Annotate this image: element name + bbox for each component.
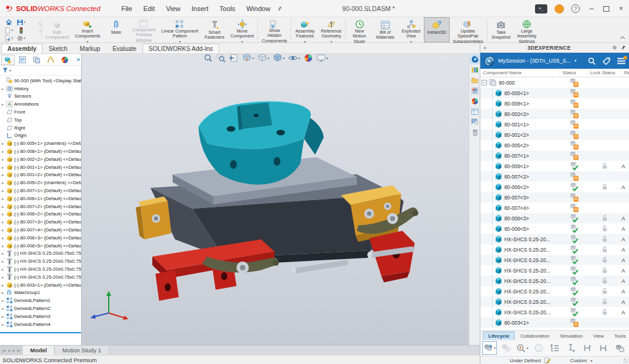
insert-components-button[interactable]: InsertComponents▾ [72, 17, 103, 42]
minimize-button[interactable]: – [587, 4, 596, 13]
expander-icon[interactable]: ▸ [2, 306, 6, 311]
expander-icon[interactable]: ▸ [2, 314, 6, 319]
component-row[interactable]: HX-SHCS 0.25-20...A [480, 255, 629, 265]
section-view-button[interactable]: ▾ [242, 54, 254, 63]
expander-icon[interactable]: ▸ [2, 212, 6, 216]
tab-solidworks-add-ins[interactable]: SOLIDWORKS Add-Ins [143, 44, 219, 53]
tree-item[interactable]: ▸(-) 80-005<2> (chamfers) <<Defa [0, 179, 81, 187]
tree-item[interactable]: Sensors [0, 93, 81, 101]
tree-item[interactable]: Top [0, 116, 81, 124]
fm-display-tab[interactable] [58, 55, 71, 65]
filter-mode[interactable]: Custom [570, 358, 587, 363]
fm-property-tab[interactable] [15, 55, 29, 65]
panel-menu-icon[interactable] [617, 58, 625, 64]
component-row[interactable]: 80-001<2> [480, 130, 629, 140]
panel-tab-simulation[interactable]: Simulation [555, 332, 587, 340]
expander-icon[interactable]: ▸ [2, 157, 6, 161]
expander-icon[interactable]: ▸ [2, 87, 6, 91]
tree-splitter[interactable] [0, 332, 81, 333]
expander-icon[interactable]: ▸ [2, 322, 6, 327]
component-row[interactable]: 80-006<5>A [480, 223, 629, 234]
expander-icon[interactable]: ▸ [2, 149, 6, 153]
session-caret-icon[interactable]: ▾ [574, 58, 577, 63]
expander-icon[interactable]: ▸ [2, 290, 6, 295]
expander-icon[interactable]: ▸ [2, 180, 6, 185]
open-doc-button[interactable]: ▾ [2, 34, 15, 42]
scene-button[interactable]: ▾ [316, 54, 328, 63]
tree-item[interactable]: ▸(-) 80-008<1> (Default) <<Default [0, 147, 81, 155]
expander-icon[interactable]: ▸ [2, 236, 6, 240]
tab-motion-study-1[interactable]: Motion Study 1 [55, 346, 109, 355]
new-motion-study-button[interactable]: NewMotionStudy [346, 17, 372, 42]
panel-tab-view[interactable]: View [588, 332, 609, 340]
save-button[interactable]: ▾ [15, 18, 27, 26]
ribbon-collapse-icon[interactable] [620, 36, 625, 39]
db-history-button[interactable] [612, 341, 627, 355]
expander-icon[interactable]: ▸ [2, 102, 6, 106]
tab-sketch[interactable]: Sketch [42, 44, 74, 53]
user-avatar[interactable] [555, 4, 564, 14]
menu-insert[interactable]: Insert [187, 2, 214, 15]
pin-menu-icon[interactable] [276, 6, 283, 12]
tree-item[interactable]: ▸(-) HX-SHCS 0.25-20x0.75x0.75-N [0, 273, 81, 281]
tab-evaluate[interactable]: Evaluate [106, 44, 143, 53]
component-row[interactable]: 80-001<1> [480, 119, 629, 130]
tree-filter[interactable]: ▾ [0, 66, 81, 76]
threedexperience-tab[interactable] [469, 54, 480, 64]
large-assembly-settings-button[interactable]: LargeAssemblySettings [514, 17, 540, 42]
assembly-features-button[interactable]: AssemblyFeatures▾ [292, 17, 318, 42]
compass-icon[interactable] [484, 56, 494, 66]
column-header-status[interactable]: Status [560, 70, 588, 76]
tree-item[interactable]: ▸(-) HX-SHCS 0.25-20x0.75x0.75-N [0, 250, 81, 258]
component-row[interactable]: 80-008<1> [480, 98, 629, 109]
expander-icon[interactable]: ▸ [2, 188, 6, 193]
component-row[interactable]: 80-007<1> [480, 150, 629, 161]
expander-icon[interactable]: ▸ [2, 228, 6, 232]
expander-icon[interactable]: ▸ [2, 165, 6, 169]
panel-expand-icon[interactable]: > [77, 56, 80, 63]
expander-icon[interactable]: ▸ [2, 244, 6, 248]
component-row[interactable]: 80-006<3>A [480, 213, 629, 223]
tree-item[interactable]: ▸(-) 80-007<1> (Default) <<Default [0, 187, 81, 195]
component-row[interactable]: HX-SHCS 0.25-20...A [480, 286, 629, 296]
fm-tree-tab[interactable] [1, 55, 15, 65]
component-row[interactable]: HX-SHCS 0.25-20...A [480, 276, 629, 286]
home-button[interactable] [2, 18, 15, 26]
tab-scroll-3[interactable]: ▸| [17, 348, 21, 352]
expander-icon[interactable]: ▸ [2, 172, 6, 177]
tree-item[interactable]: ▸DerivedLPattern1 [0, 296, 81, 304]
reference-geometry-button[interactable]: ReferenceGeometry▾ [318, 17, 345, 42]
component-row[interactable]: 80-006<2>A [480, 182, 629, 192]
component-row[interactable]: 80-006<1>A [480, 161, 629, 171]
tab-scroll-2[interactable]: ▸ [12, 348, 16, 352]
tab-model[interactable]: Model [23, 346, 55, 355]
view-orientation-button[interactable]: ▾ [257, 54, 269, 63]
panel-pin-icon[interactable] [620, 45, 626, 50]
tree-item[interactable]: ▸(-) 80-001<1> (Default) <<Default [0, 163, 81, 171]
update-speedpak-subassemblies-button[interactable]: UpdateSpeedPakSubassemblies [450, 17, 486, 42]
appearances-tab[interactable] [469, 96, 480, 106]
component-row[interactable]: 80-002<2> [480, 109, 629, 119]
component-row[interactable]: HX-SHCS 0.25-20...A [480, 265, 629, 276]
component-row[interactable]: 80-007<2> [480, 171, 629, 182]
tree-item[interactable]: ▸DerivedLPattern4 [0, 320, 81, 328]
component-row[interactable]: −90-000 [480, 77, 629, 88]
tree-item[interactable]: ▸(-) 80-003<1> (Default) <<Default [0, 281, 81, 289]
previous-view-button[interactable] [229, 54, 238, 63]
custom-properties-tab[interactable] [469, 106, 480, 117]
replace-up-button[interactable] [580, 341, 595, 355]
menu-file[interactable]: File [116, 2, 137, 15]
recycle-bin-tab[interactable] [469, 127, 480, 137]
component-row[interactable]: HX-SHCS 0.25-20...A [480, 244, 629, 255]
linear-component-pattern-button[interactable]: Linear ComponentPattern▾ [158, 17, 201, 42]
tree-item[interactable]: ▸(-) 80-002<2> (Default) <<Default [0, 155, 81, 163]
maximize-button[interactable] [603, 6, 609, 12]
tree-item[interactable]: ▸(-) HX-SHCS 0.25-20x0.75x0.75-N [0, 257, 81, 265]
tree-item[interactable]: 90-000 (With Tool) <Display State-5> [0, 77, 81, 85]
column-header-lock-status[interactable]: Lock Status [588, 70, 622, 76]
exploded-view-button[interactable]: ExplodedView▾ [398, 17, 424, 42]
expander-icon[interactable]: ▸ [2, 196, 6, 201]
zoom-fit-button[interactable] [203, 54, 213, 63]
tree-item[interactable]: ▸(-) HX-SHCS 0.25-20x0.75x0.75-N [0, 265, 81, 273]
menu-tools[interactable]: Tools [214, 2, 240, 15]
